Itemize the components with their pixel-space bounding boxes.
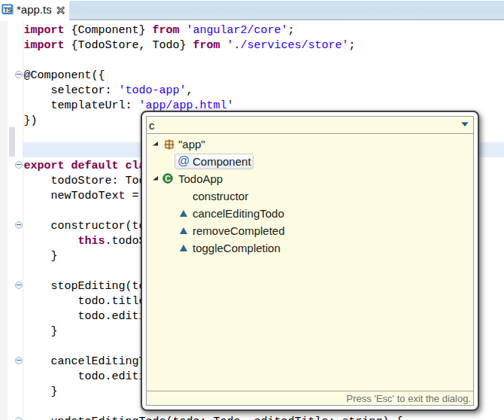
svg-text:C: C bbox=[165, 174, 171, 183]
svg-text:TS: TS bbox=[4, 6, 12, 14]
